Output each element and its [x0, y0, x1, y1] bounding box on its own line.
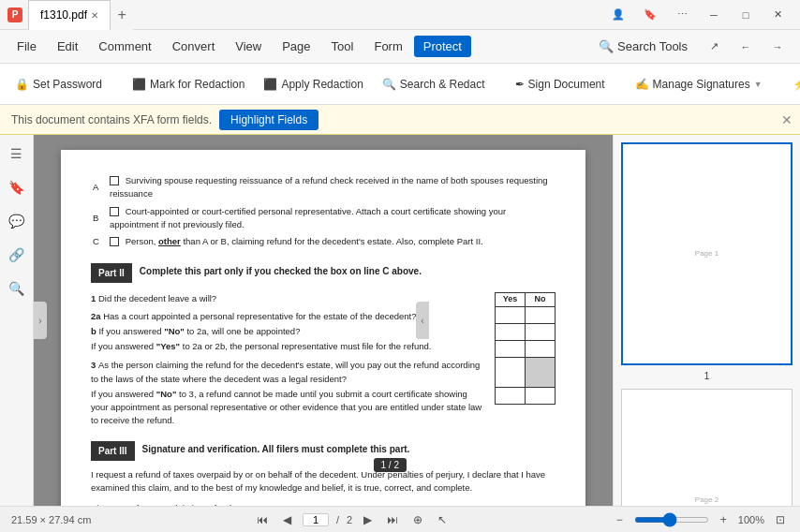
- total-pages: 2: [347, 514, 352, 525]
- signature-row: Signature of person claiming refund Date: [91, 502, 556, 506]
- zoom-out-button[interactable]: −: [613, 511, 627, 528]
- menu-page[interactable]: Page: [273, 36, 319, 57]
- prev-page-button[interactable]: ◀: [279, 511, 295, 528]
- menu-convert[interactable]: Convert: [163, 36, 225, 57]
- sign-icon: ✒: [515, 78, 525, 91]
- close-button[interactable]: ✕: [763, 2, 793, 28]
- search-tools-icon: 🔍: [599, 39, 614, 53]
- apply-icon: ⬛: [263, 78, 277, 91]
- fit-page-button[interactable]: ⊡: [772, 511, 789, 528]
- bookmark-icon[interactable]: 🔖: [635, 2, 665, 28]
- table-row: A Surviving spouse requesting reissuance…: [91, 172, 556, 203]
- sidebar-comment-icon[interactable]: 💬: [6, 210, 28, 232]
- sidebar-bookmark-icon[interactable]: 🔖: [6, 176, 28, 199]
- menu-comment[interactable]: Comment: [89, 36, 160, 57]
- mark-for-redaction-button[interactable]: ⬛ Mark for Redaction: [125, 74, 252, 95]
- part2-title: Complete this part only if you checked t…: [140, 264, 422, 278]
- question-2a: 2a Has a court appointed a personal repr…: [91, 310, 556, 323]
- menu-protect[interactable]: Protect: [414, 36, 471, 57]
- thumbnail-container-1[interactable]: Page 1 1: [621, 142, 793, 381]
- apply-redaction-button[interactable]: ⬛ Apply Redaction: [256, 74, 370, 95]
- search-redact-icon: 🔍: [382, 78, 396, 91]
- tab-close-button[interactable]: ✕: [91, 10, 98, 21]
- question-3: 3 As the person claiming the refund for …: [91, 359, 556, 386]
- external-link-icon[interactable]: ↗: [699, 34, 729, 60]
- right-collapse-button[interactable]: ‹: [416, 302, 429, 339]
- tab-bar: f1310.pdf ✕ +: [28, 0, 133, 30]
- more-options-button[interactable]: ⋯: [667, 2, 697, 28]
- table-row: B Court-appointed or court-certified per…: [91, 203, 556, 234]
- checkbox-a[interactable]: [110, 176, 119, 185]
- rotate-button[interactable]: ⊕: [409, 511, 426, 528]
- menu-bar: File Edit Comment Convert View Page Tool…: [0, 30, 800, 64]
- manage-signatures-button[interactable]: ✍ Manage Signatures ▼: [628, 74, 770, 95]
- sig-icon: ✍: [635, 78, 649, 91]
- zoom-slider[interactable]: [634, 517, 709, 523]
- question-3-note: If you answered "No" to 3, a refund cann…: [91, 388, 556, 428]
- set-password-button[interactable]: 🔒 Set Password: [7, 74, 110, 95]
- info-bar: This document contains XFA form fields. …: [0, 105, 800, 135]
- question-1: 1 Did the decedent leave a will?: [91, 292, 556, 305]
- window-controls: 👤 🔖 ⋯ ─ □ ✕: [603, 2, 793, 28]
- info-close-button[interactable]: ✕: [781, 112, 793, 127]
- tab-filename: f1310.pdf: [40, 8, 87, 22]
- next-page-button[interactable]: ▶: [360, 511, 376, 528]
- document-area[interactable]: › A Surviving spouse requesting reissuan…: [34, 135, 613, 506]
- zoom-level: 100%: [738, 514, 764, 525]
- thumbnail-container-2[interactable]: Page 2 2: [621, 389, 793, 506]
- first-page-button[interactable]: ⏮: [253, 511, 272, 528]
- question-2b: b If you answered "No" to 2a, will one b…: [91, 325, 556, 338]
- search-and-redact-button[interactable]: 🔍 Search & Redact: [375, 74, 493, 95]
- menu-form[interactable]: Form: [364, 36, 411, 57]
- highlight-fields-button[interactable]: Highlight Fields: [219, 110, 319, 130]
- lock-icon: 🔒: [15, 78, 29, 91]
- part3-title: Signature and verification. All filers m…: [142, 442, 410, 456]
- question-2-note: If you answered "Yes" to 2a or 2b, the p…: [91, 340, 556, 353]
- title-bar: P f1310.pdf ✕ + 👤 🔖 ⋯ ─ □ ✕: [0, 0, 800, 30]
- mark-icon: ⬛: [132, 78, 146, 91]
- part2-label: Part II: [91, 263, 132, 283]
- yes-no-table: Yes No: [495, 292, 556, 405]
- active-tab[interactable]: f1310.pdf ✕: [28, 0, 111, 30]
- right-panel: Page 1 1 Page 2 2: [613, 135, 800, 506]
- profile-icon[interactable]: 👤: [603, 2, 633, 28]
- part3-label: Part III: [91, 441, 135, 461]
- last-page-button[interactable]: ⏭: [383, 511, 402, 528]
- app-icon: P: [7, 7, 22, 22]
- menu-edit[interactable]: Edit: [48, 36, 87, 57]
- part3-text: I request a refund of taxes overpaid by …: [91, 468, 556, 495]
- maximize-button[interactable]: □: [731, 2, 761, 28]
- status-bar: 21.59 × 27.94 cm ⏮ ◀ / 2 ▶ ⏭ ⊕ ↖ − + 100…: [0, 506, 800, 532]
- electro-icon: ⚡: [793, 78, 800, 91]
- forward-button[interactable]: →: [763, 34, 793, 60]
- search-tools-button[interactable]: 🔍 Search Tools: [589, 36, 697, 57]
- status-center: ⏮ ◀ / 2 ▶ ⏭ ⊕ ↖: [106, 511, 598, 528]
- thumb-label-1: 1: [621, 371, 793, 381]
- menu-file[interactable]: File: [7, 36, 46, 57]
- toolbar: 🔒 Set Password ⬛ Mark for Redaction ⬛ Ap…: [0, 64, 800, 105]
- sidebar-thumbnail-icon[interactable]: ☰: [6, 142, 28, 165]
- main-area: ☰ 🔖 💬 🔗 🔍 › A Surviving spouse requestin…: [0, 135, 800, 506]
- menu-tool[interactable]: Tool: [322, 36, 363, 57]
- sidebar-search-icon[interactable]: 🔍: [6, 277, 28, 300]
- sidebar-link-icon[interactable]: 🔗: [6, 244, 28, 266]
- page-number-input[interactable]: [303, 513, 329, 526]
- left-sidebar: ☰ 🔖 💬 🔗 🔍: [0, 135, 34, 506]
- status-right: − + 100% ⊡: [613, 511, 789, 528]
- title-bar-left: P f1310.pdf ✕ +: [7, 0, 603, 30]
- minimize-button[interactable]: ─: [699, 2, 729, 28]
- left-collapse-button[interactable]: ›: [34, 302, 47, 339]
- table-row: C Person, other than A or B, claiming re…: [91, 233, 556, 250]
- zoom-in-button[interactable]: +: [717, 511, 731, 528]
- menu-view[interactable]: View: [226, 36, 271, 57]
- page-thumb-1: Page 1: [621, 142, 793, 365]
- checkbox-b[interactable]: [110, 207, 119, 216]
- sign-document-button[interactable]: ✒ Sign Document: [508, 74, 613, 95]
- dropdown-arrow-icon: ▼: [754, 80, 763, 89]
- checkbox-c[interactable]: [110, 237, 119, 246]
- new-tab-button[interactable]: +: [111, 4, 133, 26]
- back-button[interactable]: ←: [731, 34, 761, 60]
- page-thumb-2: Page 2: [621, 389, 793, 506]
- electro-button[interactable]: ⚡ Electro: [785, 74, 800, 95]
- select-tool-button[interactable]: ↖: [434, 511, 451, 528]
